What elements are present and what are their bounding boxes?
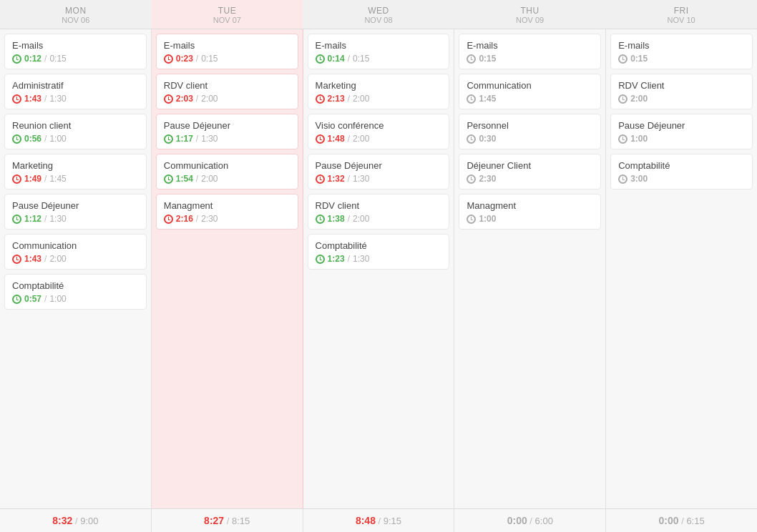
time-separator: / — [44, 54, 47, 64]
task-card[interactable]: RDV client 1:38 / 2:00 — [308, 194, 450, 230]
task-card[interactable]: Déjeuner Client 2:30 — [459, 154, 601, 189]
time-icon — [12, 215, 21, 224]
task-card[interactable]: Visio conférence 1:48 / 2:00 — [308, 114, 450, 149]
task-title: RDV client — [164, 80, 290, 91]
task-card[interactable]: Marketing 2:13 / 2:00 — [308, 74, 450, 109]
time-icon — [316, 255, 325, 264]
task-time: 0:15 — [467, 54, 593, 64]
task-card[interactable]: Personnel 0:30 — [459, 114, 601, 149]
time-icon — [467, 54, 476, 64]
time-icon — [164, 134, 173, 144]
task-card[interactable]: Administratif 1:43 / 1:30 — [4, 74, 147, 109]
task-actual-time: 1:43 — [24, 94, 41, 104]
time-icon — [12, 54, 21, 64]
task-card[interactable]: Pause Déjeuner 1:00 — [610, 114, 753, 149]
time-separator: / — [196, 94, 198, 104]
task-title: Managment — [164, 200, 290, 211]
task-card[interactable]: Pause Déjeuner 1:12 / 1:30 — [4, 194, 147, 230]
time-separator: / — [44, 174, 47, 184]
task-planned-time: 0:15 — [353, 54, 369, 64]
task-time: 0:56 / 1:00 — [12, 134, 139, 144]
task-title: Comptabilité — [618, 160, 745, 171]
task-card[interactable]: Managment 1:00 — [459, 194, 601, 230]
task-actual-time: 2:00 — [630, 94, 648, 104]
time-icon — [12, 134, 21, 144]
footer-total-wed: 8:48 / 9:15 — [303, 509, 455, 532]
task-planned-time: 1:30 — [353, 254, 369, 264]
task-title: E-mails — [467, 40, 593, 51]
footer-actual: 0:00 — [507, 515, 527, 526]
task-title: Reunion client — [12, 120, 139, 131]
task-title: Pause Déjeuner — [12, 200, 139, 211]
task-card[interactable]: RDV Client 2:00 — [610, 74, 753, 109]
time-icon — [164, 215, 173, 224]
calendar-body: E-mails 0:12 / 0:15 Administratif 1:43 /… — [0, 29, 757, 508]
task-title: Communication — [164, 160, 290, 171]
task-card[interactable]: E-mails 0:15 — [459, 34, 601, 69]
task-actual-time: 1:00 — [630, 134, 648, 144]
task-card[interactable]: Reunion client 0:56 / 1:00 — [4, 114, 147, 149]
task-title: Administratif — [12, 80, 139, 91]
task-card[interactable]: Comptabilité 3:00 — [610, 154, 753, 189]
task-title: RDV client — [316, 200, 442, 211]
time-icon — [618, 134, 627, 144]
task-card[interactable]: Communication 1:54 / 2:00 — [156, 154, 298, 189]
task-actual-time: 2:16 — [176, 214, 193, 224]
task-time: 1:45 — [467, 94, 593, 104]
day-date: NOV 10 — [608, 16, 754, 24]
task-card[interactable]: Comptabilité 1:23 / 1:30 — [308, 234, 450, 270]
task-title: Visio conférence — [316, 120, 442, 131]
task-title: E-mails — [164, 40, 290, 51]
task-actual-time: 2:30 — [479, 174, 496, 184]
task-planned-time: 0:15 — [49, 54, 66, 64]
footer-slash: / — [529, 516, 534, 526]
task-title: E-mails — [618, 40, 745, 51]
time-separator: / — [196, 134, 198, 144]
task-title: E-mails — [12, 40, 139, 51]
task-actual-time: 1:48 — [328, 134, 345, 144]
time-separator: / — [44, 94, 47, 104]
time-separator: / — [348, 54, 350, 64]
task-title: Pause Déjeuner — [618, 120, 745, 131]
day-date: NOV 09 — [457, 16, 603, 24]
day-date: NOV 06 — [3, 16, 149, 24]
task-actual-time: 1:00 — [479, 214, 496, 224]
task-actual-time: 0:15 — [479, 54, 496, 64]
task-time: 0:30 — [467, 134, 593, 144]
task-card[interactable]: Managment 2:16 / 2:30 — [156, 194, 298, 230]
task-time: 0:15 — [618, 54, 745, 64]
task-planned-time: 1:00 — [49, 294, 66, 304]
time-icon — [467, 174, 476, 184]
footer-total-tue: 8:27 / 8:15 — [152, 509, 303, 532]
task-title: Marketing — [316, 80, 442, 91]
task-planned-time: 2:00 — [353, 214, 369, 224]
time-separator: / — [44, 214, 47, 224]
task-card[interactable]: Pause Déjeuner 1:32 / 1:30 — [308, 154, 450, 189]
task-card[interactable]: E-mails 0:23 / 0:15 — [156, 34, 298, 69]
task-planned-time: 2:00 — [201, 94, 218, 104]
task-card[interactable]: E-mails 0:12 / 0:15 — [4, 34, 147, 69]
task-title: Comptabilité — [12, 280, 139, 291]
time-separator: / — [348, 214, 350, 224]
task-time: 1:54 / 2:00 — [164, 174, 290, 184]
footer-total-fri: 0:00 / 6:15 — [606, 509, 757, 532]
task-planned-time: 2:00 — [353, 134, 369, 144]
task-card[interactable]: Comptabilité 0:57 / 1:00 — [4, 274, 147, 310]
task-planned-time: 2:00 — [201, 174, 218, 184]
task-card[interactable]: Communication 1:45 — [459, 74, 601, 109]
task-planned-time: 1:30 — [201, 134, 218, 144]
task-card[interactable]: E-mails 0:14 / 0:15 — [308, 34, 450, 69]
time-separator: / — [196, 214, 198, 224]
header-day-wed: WED NOV 08 — [303, 0, 454, 29]
task-actual-time: 0:23 — [176, 54, 193, 64]
task-title: Comptabilité — [316, 240, 442, 251]
task-actual-time: 1:54 — [176, 174, 193, 184]
footer-actual: 8:27 — [204, 515, 224, 526]
day-name: THU — [457, 6, 603, 16]
task-time: 1:00 — [467, 214, 593, 224]
task-card[interactable]: E-mails 0:15 — [610, 34, 753, 69]
task-card[interactable]: RDV client 2:03 / 2:00 — [156, 74, 298, 109]
task-card[interactable]: Marketing 1:49 / 1:45 — [4, 154, 147, 189]
task-card[interactable]: Communication 1:43 / 2:00 — [4, 234, 147, 270]
task-card[interactable]: Pause Déjeuner 1:17 / 1:30 — [156, 114, 298, 149]
